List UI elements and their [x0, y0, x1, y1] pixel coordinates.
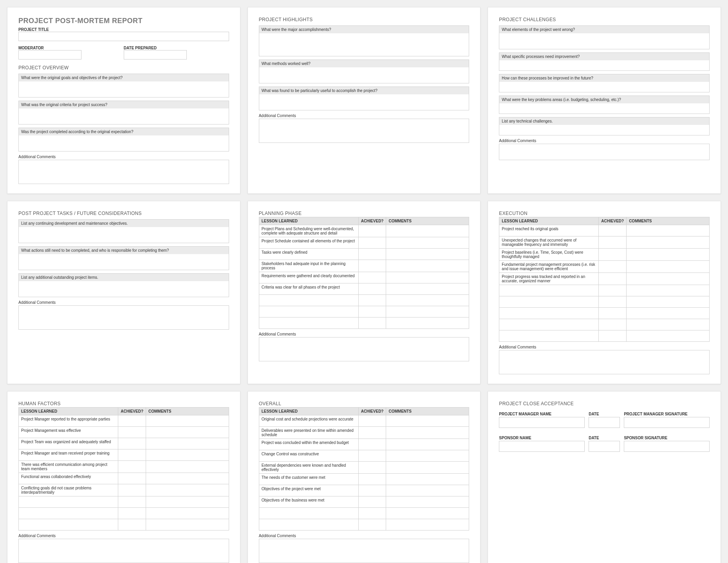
comments-cell[interactable] [386, 450, 469, 462]
achieved-cell[interactable] [118, 519, 146, 531]
human-comments-box[interactable] [18, 539, 229, 563]
achieved-cell[interactable] [358, 249, 386, 260]
comments-cell[interactable] [146, 519, 229, 531]
comments-cell[interactable] [386, 485, 469, 496]
comments-cell[interactable] [627, 296, 710, 308]
achieved-cell[interactable] [358, 225, 386, 237]
comments-cell[interactable] [386, 474, 469, 485]
pm-name-input[interactable] [499, 417, 585, 428]
comments-cell[interactable] [386, 283, 469, 295]
achieved-cell[interactable] [599, 319, 627, 330]
planning-comments-box[interactable] [259, 337, 470, 361]
overview-q1-body[interactable] [19, 81, 229, 97]
comments-cell[interactable] [386, 260, 469, 272]
comments-cell[interactable] [146, 496, 229, 508]
highlights-comments-box[interactable] [259, 119, 470, 143]
achieved-cell[interactable] [118, 484, 146, 496]
achieved-cell[interactable] [358, 237, 386, 249]
comments-cell[interactable] [146, 473, 229, 484]
achieved-cell[interactable] [118, 449, 146, 461]
highlights-q1-body[interactable] [259, 33, 469, 56]
comments-cell[interactable] [386, 462, 469, 474]
comments-cell[interactable] [386, 508, 469, 519]
postproject-q2-body[interactable] [19, 254, 229, 270]
comments-cell[interactable] [386, 427, 469, 439]
comments-cell[interactable] [146, 427, 229, 438]
comments-cell[interactable] [627, 285, 710, 296]
postproject-comments-box[interactable] [18, 305, 229, 330]
achieved-cell[interactable] [358, 462, 386, 474]
comments-cell[interactable] [627, 273, 710, 285]
date-prepared-input[interactable] [124, 50, 187, 60]
comments-cell[interactable] [386, 519, 469, 531]
achieved-cell[interactable] [358, 318, 386, 329]
highlights-q3-body[interactable] [259, 94, 469, 110]
achieved-cell[interactable] [118, 473, 146, 484]
overview-q3-body[interactable] [19, 135, 229, 151]
comments-cell[interactable] [386, 295, 469, 306]
comments-cell[interactable] [627, 249, 710, 261]
comments-cell[interactable] [627, 261, 710, 273]
comments-cell[interactable] [146, 449, 229, 461]
achieved-cell[interactable] [118, 427, 146, 438]
achieved-cell[interactable] [358, 295, 386, 306]
sponsor-name-input[interactable] [499, 441, 585, 452]
comments-cell[interactable] [386, 496, 469, 508]
comments-cell[interactable] [627, 236, 710, 249]
comments-cell[interactable] [627, 308, 710, 319]
execution-comments-box[interactable] [499, 350, 710, 374]
pm-sig-input[interactable] [624, 417, 710, 428]
achieved-cell[interactable] [358, 272, 386, 283]
moderator-input[interactable] [18, 50, 81, 60]
postproject-q1-body[interactable] [19, 227, 229, 243]
achieved-cell[interactable] [118, 438, 146, 449]
comments-cell[interactable] [386, 439, 469, 450]
challenges-q4-body[interactable] [499, 103, 709, 114]
achieved-cell[interactable] [358, 450, 386, 462]
sponsor-date-input[interactable] [589, 441, 620, 452]
challenges-q3-body[interactable] [499, 82, 709, 92]
achieved-cell[interactable] [599, 225, 627, 236]
comments-cell[interactable] [386, 318, 469, 329]
comments-cell[interactable] [386, 306, 469, 318]
overview-q2-body[interactable] [19, 108, 229, 124]
overall-comments-box[interactable] [259, 539, 470, 563]
achieved-cell[interactable] [358, 485, 386, 496]
postproject-q3-body[interactable] [19, 281, 229, 297]
achieved-cell[interactable] [358, 427, 386, 439]
achieved-cell[interactable] [118, 496, 146, 508]
pm-date-input[interactable] [589, 417, 620, 428]
achieved-cell[interactable] [358, 439, 386, 450]
achieved-cell[interactable] [358, 496, 386, 508]
achieved-cell[interactable] [358, 306, 386, 318]
comments-cell[interactable] [627, 330, 710, 342]
achieved-cell[interactable] [358, 415, 386, 427]
comments-cell[interactable] [146, 438, 229, 449]
achieved-cell[interactable] [118, 508, 146, 519]
comments-cell[interactable] [386, 249, 469, 260]
comments-cell[interactable] [386, 225, 469, 237]
highlights-q2-body[interactable] [259, 67, 469, 83]
achieved-cell[interactable] [118, 461, 146, 473]
achieved-cell[interactable] [358, 260, 386, 272]
comments-cell[interactable] [146, 415, 229, 427]
achieved-cell[interactable] [599, 249, 627, 261]
achieved-cell[interactable] [599, 236, 627, 249]
achieved-cell[interactable] [358, 474, 386, 485]
comments-cell[interactable] [386, 272, 469, 283]
sponsor-sig-input[interactable] [624, 441, 710, 452]
achieved-cell[interactable] [599, 296, 627, 308]
achieved-cell[interactable] [118, 415, 146, 427]
comments-cell[interactable] [146, 508, 229, 519]
achieved-cell[interactable] [599, 308, 627, 319]
achieved-cell[interactable] [358, 508, 386, 519]
challenges-q5-body[interactable] [499, 125, 709, 135]
comments-cell[interactable] [627, 225, 710, 236]
project-title-input[interactable] [18, 32, 229, 41]
achieved-cell[interactable] [599, 273, 627, 285]
comments-cell[interactable] [386, 415, 469, 427]
challenges-q1-body[interactable] [499, 33, 709, 49]
comments-cell[interactable] [146, 461, 229, 473]
achieved-cell[interactable] [358, 519, 386, 531]
achieved-cell[interactable] [599, 330, 627, 342]
